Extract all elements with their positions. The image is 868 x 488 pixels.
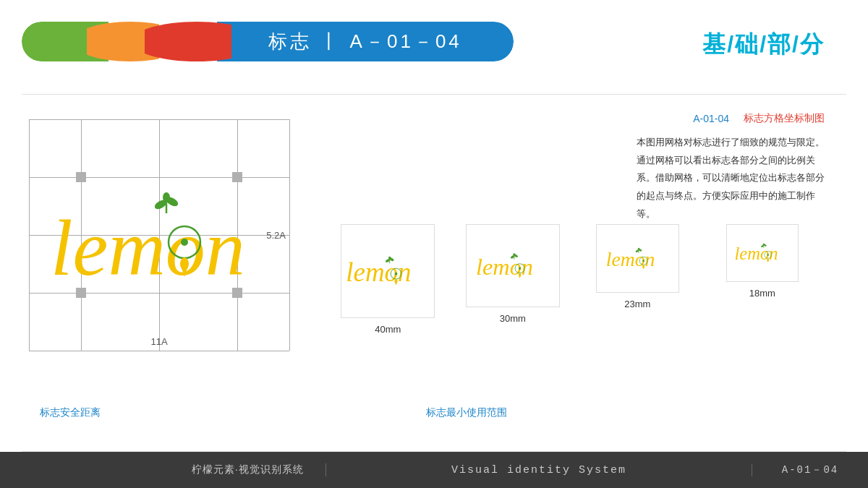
- logo-grid-area: lemon: [22, 112, 304, 372]
- footer-code-text: A-01－04: [782, 463, 838, 476]
- footer-bar: 柠檬元素·视觉识别系统 Visual identity System A-01－…: [0, 452, 868, 488]
- size-label-18mm: 18mm: [749, 288, 775, 299]
- footer-chinese-text: 柠檬元素·视觉识别系统: [192, 463, 304, 476]
- svg-point-22: [514, 253, 516, 256]
- footer-chinese: 柠檬元素·视觉识别系统: [0, 463, 326, 476]
- dim-vertical-label: 5.2A: [266, 230, 286, 241]
- top-divider: [22, 94, 846, 95]
- size-variants-container: lemon 40mm lemon: [326, 224, 825, 335]
- size-logo-box-23mm: lemon: [596, 224, 679, 293]
- footer-code: A-01－04: [752, 463, 868, 476]
- safety-distance-label: 标志安全距离: [40, 406, 101, 419]
- header-blue-segment: 标志 丨 A－01－04: [217, 22, 514, 61]
- svg-point-31: [638, 247, 640, 249]
- size-item-40mm: lemon 40mm: [326, 224, 451, 335]
- section-code: A-01-04: [693, 113, 729, 124]
- header-bar: 标志 丨 A－01－04: [22, 22, 514, 61]
- size-label-23mm: 23mm: [624, 299, 650, 309]
- size-item-23mm: lemon 23mm: [575, 224, 700, 309]
- svg-text:lemon: lemon: [51, 204, 245, 292]
- svg-text:lemon: lemon: [734, 244, 778, 263]
- size-item-30mm: lemon 30mm: [451, 224, 576, 324]
- header-title: 标志 丨 A－01－04: [268, 29, 462, 54]
- svg-text:lemon: lemon: [606, 248, 655, 270]
- svg-point-6: [181, 239, 188, 246]
- min-use-label: 标志最小使用范围: [426, 406, 507, 419]
- vline-left: [29, 119, 30, 351]
- page-title: 基/础/部/分: [702, 29, 825, 61]
- main-logo-svg: lemon: [43, 163, 275, 307]
- footer-english-text: Visual identity System: [451, 464, 626, 476]
- footer-english: Visual identity System: [326, 464, 752, 476]
- svg-point-40: [762, 243, 764, 245]
- grid-container: lemon: [29, 119, 289, 351]
- dim-horizontal-label: 11A: [150, 336, 167, 347]
- svg-point-13: [388, 257, 391, 260]
- size-label-30mm: 30mm: [500, 313, 526, 324]
- size-label-40mm: 40mm: [375, 324, 401, 335]
- size-logo-box-40mm: lemon: [341, 224, 435, 318]
- svg-point-42: [767, 254, 768, 255]
- size-logo-box-30mm: lemon: [466, 224, 560, 307]
- section-label: 标志方格坐标制图: [744, 112, 825, 125]
- vline-right: [289, 119, 290, 351]
- section-reference: A-01-04 标志方格坐标制图: [693, 112, 825, 125]
- description-text: 本图用网格对标志进行了细致的规范与限定。通过网格可以看出标志各部分之间的比例关系…: [637, 134, 825, 223]
- size-item-18mm: lemon 18mm: [700, 224, 825, 299]
- svg-point-15: [395, 273, 398, 275]
- header-red-segment: [145, 22, 231, 61]
- logo-svg-container: lemon: [42, 131, 276, 339]
- hline-bottom: [29, 351, 289, 351]
- svg-point-4: [163, 192, 170, 202]
- size-logo-box-18mm: lemon: [726, 224, 799, 282]
- svg-point-24: [519, 267, 521, 269]
- svg-point-33: [643, 260, 645, 262]
